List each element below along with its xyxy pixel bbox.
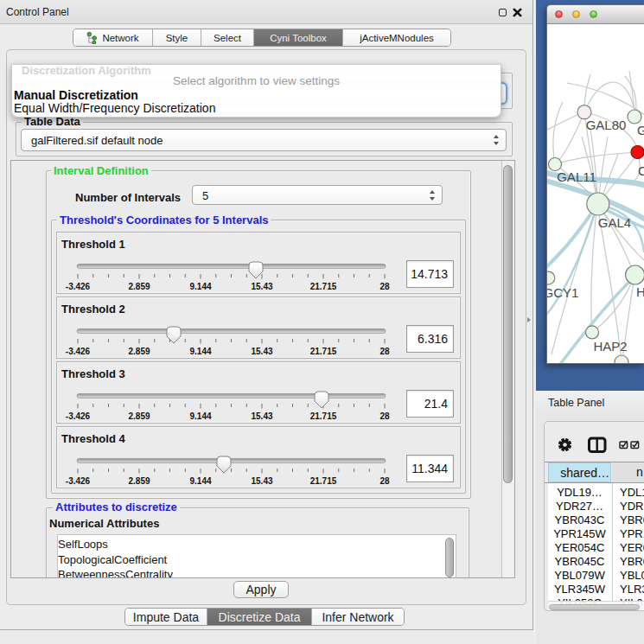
svg-text:15.43: 15.43 xyxy=(251,347,272,356)
svg-text:-3.426: -3.426 xyxy=(66,411,91,421)
svg-text:21.715: 21.715 xyxy=(310,411,337,421)
svg-text:9.144: 9.144 xyxy=(189,411,211,421)
svg-text:2.859: 2.859 xyxy=(128,411,150,421)
svg-text:HAP2: HAP2 xyxy=(593,339,627,354)
svg-text:CY: CY xyxy=(638,163,644,178)
svg-text:15.43: 15.43 xyxy=(251,282,272,291)
svg-text:GAL80: GAL80 xyxy=(586,118,627,132)
svg-text:2.859: 2.859 xyxy=(128,347,150,356)
svg-text:GAL11: GAL11 xyxy=(557,169,596,184)
svg-text:2.859: 2.859 xyxy=(128,282,150,291)
svg-text:28: 28 xyxy=(379,347,390,356)
svg-text:-3.426: -3.426 xyxy=(66,476,91,486)
svg-text:21.715: 21.715 xyxy=(310,476,337,486)
svg-text:15.43: 15.43 xyxy=(251,476,272,486)
svg-text:21.715: 21.715 xyxy=(310,282,337,291)
svg-text:28: 28 xyxy=(379,476,390,486)
svg-text:GAL: GAL xyxy=(637,123,644,137)
svg-text:21.715: 21.715 xyxy=(310,347,337,356)
svg-text:9.144: 9.144 xyxy=(189,282,211,291)
svg-text:9.144: 9.144 xyxy=(189,347,211,356)
svg-text:2.859: 2.859 xyxy=(128,476,150,486)
svg-text:HIS: HIS xyxy=(636,284,644,299)
svg-text:-3.426: -3.426 xyxy=(66,347,91,356)
svg-text:-3.426: -3.426 xyxy=(66,282,91,291)
svg-text:15.43: 15.43 xyxy=(251,411,272,421)
svg-text:GAL4: GAL4 xyxy=(598,215,631,230)
svg-text:9.144: 9.144 xyxy=(189,476,211,486)
svg-text:28: 28 xyxy=(379,282,390,291)
svg-text:GCY1: GCY1 xyxy=(547,285,578,300)
svg-text:28: 28 xyxy=(379,411,390,421)
